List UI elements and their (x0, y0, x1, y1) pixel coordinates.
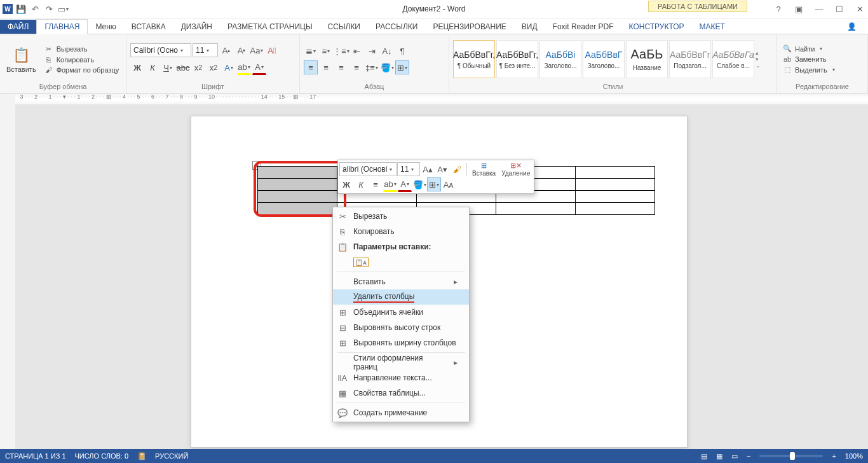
zoom-out-icon[interactable]: − (747, 452, 750, 460)
style-title[interactable]: АаБЬНазвание (626, 40, 668, 78)
mini-bold-button[interactable]: Ж (339, 177, 353, 191)
highlight-icon[interactable]: ab▾ (237, 60, 251, 75)
print-layout-icon[interactable]: ▦ (716, 452, 722, 460)
styles-more-icon[interactable]: ⌄ (756, 62, 764, 69)
text-effects-icon[interactable]: A▾ (222, 60, 236, 74)
multilevel-icon[interactable]: ⋮≡▾ (334, 44, 348, 58)
ctx-new-comment[interactable]: 💬Создать примечание (333, 405, 469, 420)
style-subtitle[interactable]: АаБбВвГгПодзагол... (669, 40, 711, 78)
show-marks-icon[interactable]: ¶ (395, 44, 409, 58)
ctx-text-direction[interactable]: llAНаправление текста... (333, 370, 469, 385)
read-mode-icon[interactable]: ▤ (701, 452, 707, 460)
align-right-icon[interactable]: ≡ (334, 60, 348, 74)
tab-mailings[interactable]: РАССЫЛКИ (368, 20, 425, 34)
decrease-indent-icon[interactable]: ⇤ (349, 44, 363, 58)
ctx-merge-cells[interactable]: ⊞Объединить ячейки (333, 305, 469, 320)
mini-font-combo[interactable]: alibri (Основі▾ (339, 162, 397, 176)
ctx-copy[interactable]: ⎘Копировать (333, 224, 469, 239)
subscript-button[interactable]: x2 (191, 60, 205, 74)
line-spacing-icon[interactable]: ‡≡▾ (365, 60, 379, 74)
font-name-combo[interactable]: Calibri (Осно▾ (130, 43, 191, 57)
maximize-icon[interactable]: ☐ (834, 3, 845, 15)
mini-styles-icon[interactable]: Aᴀ (442, 177, 456, 191)
ctx-cut[interactable]: ✂Вырезать (333, 209, 469, 224)
tab-references[interactable]: ССЫЛКИ (320, 20, 368, 34)
tab-foxit[interactable]: Foxit Reader PDF (545, 20, 621, 34)
style-heading1[interactable]: АаБбВіЗаголово... (539, 40, 581, 78)
mini-delete-button[interactable]: ⊞✕Удаление (499, 162, 532, 177)
shrink-font-icon[interactable]: A▾ (234, 43, 248, 57)
tab-file[interactable]: ФАЙЛ (0, 20, 36, 34)
ctx-table-properties[interactable]: ▦Свойства таблицы... (333, 385, 469, 401)
mini-format-painter-icon[interactable]: 🖌 (450, 162, 464, 176)
status-word-count[interactable]: ЧИСЛО СЛОВ: 0 (75, 452, 129, 460)
mini-highlight-icon[interactable]: ab▾ (383, 177, 397, 192)
styles-down-icon[interactable]: ▾ (756, 56, 764, 62)
justify-icon[interactable]: ≡ (349, 60, 363, 74)
tab-constructor[interactable]: КОНСТРУКТОР (621, 20, 692, 34)
ctx-delete-columns[interactable]: Удалить столбцы (333, 289, 469, 305)
proofing-icon[interactable]: 📔 (137, 452, 146, 460)
replace-button[interactable]: abЗаменить (781, 55, 836, 64)
grow-font-icon[interactable]: A▴ (219, 43, 233, 57)
zoom-slider[interactable] (759, 455, 823, 457)
format-painter-button[interactable]: 🖌Формат по образцу (43, 66, 121, 74)
ctx-insert[interactable]: Вставить▸ (333, 274, 469, 289)
bold-button[interactable]: Ж (130, 60, 144, 74)
strike-button[interactable]: abc (176, 60, 190, 74)
italic-button[interactable]: К (146, 60, 159, 74)
tab-review[interactable]: РЕЦЕНЗИРОВАНИЕ (425, 20, 513, 34)
align-center-icon[interactable]: ≡ (319, 60, 333, 74)
paste-button[interactable]: 📋 Вставить (4, 44, 39, 74)
numbering-icon[interactable]: ≡▾ (319, 44, 333, 58)
login-link[interactable]: 👤 (837, 20, 864, 34)
ctx-distribute-rows[interactable]: ⊟Выровнять высоту строк (333, 320, 469, 335)
ribbon-options-icon[interactable]: ▣ (793, 3, 804, 15)
underline-button[interactable]: Ч▾ (161, 60, 175, 74)
font-size-combo[interactable]: 11▾ (193, 43, 218, 57)
find-button[interactable]: 🔍Найти▾ (781, 44, 836, 53)
shading-icon[interactable]: 🪣▾ (380, 60, 394, 74)
tab-view[interactable]: ВИД (514, 20, 545, 34)
cut-button[interactable]: ✂Вырезать (43, 45, 121, 54)
mini-borders-icon[interactable]: ⊞▾ (427, 177, 441, 191)
bullets-icon[interactable]: ≣▾ (304, 44, 318, 58)
styles-gallery[interactable]: АаБбВвГг,¶ Обычный АаБбВвГг,¶ Без инте..… (453, 40, 773, 78)
zoom-level[interactable]: 100% (845, 452, 863, 460)
document-page[interactable]: ✥ alibri (Основі▾ 11▾ A▴ A▾ 🖌 ⊞Вставка ⊞… (191, 116, 688, 448)
ctx-border-styles[interactable]: Стили оформления границ▸ (333, 355, 469, 370)
tab-home[interactable]: ГЛАВНАЯ (36, 19, 88, 34)
superscript-button[interactable]: x2 (207, 60, 220, 74)
tab-insert[interactable]: ВСТАВКА (124, 20, 173, 34)
web-layout-icon[interactable]: ▭ (731, 452, 738, 460)
increase-indent-icon[interactable]: ⇥ (365, 44, 379, 58)
vertical-ruler[interactable] (0, 104, 16, 449)
mini-insert-button[interactable]: ⊞Вставка (470, 162, 498, 177)
mini-shrink-font-icon[interactable]: A▾ (435, 162, 449, 176)
zoom-in-icon[interactable]: + (832, 452, 836, 460)
borders-icon[interactable]: ⊞▾ (395, 60, 409, 74)
status-page[interactable]: СТРАНИЦА 1 ИЗ 1 (5, 452, 66, 460)
ctx-distribute-cols[interactable]: ⊞Выровнять ширину столбцов (333, 335, 469, 350)
style-normal[interactable]: АаБбВвГг,¶ Обычный (453, 40, 495, 78)
undo-icon[interactable]: ↶ (29, 3, 41, 15)
tab-menu[interactable]: Меню (88, 20, 123, 34)
tab-design[interactable]: ДИЗАЙН (173, 20, 220, 34)
mini-align-icon[interactable]: ≡ (369, 177, 383, 191)
change-case-icon[interactable]: Aa▾ (250, 43, 264, 57)
mini-grow-font-icon[interactable]: A▴ (421, 162, 435, 176)
redo-icon[interactable]: ↷ (43, 3, 55, 15)
copy-button[interactable]: ⎘Копировать (43, 55, 121, 64)
ctx-paste-option[interactable]: 📋ᴀ (333, 254, 469, 270)
font-color-icon[interactable]: A▾ (252, 60, 266, 75)
style-subtle[interactable]: АаБбВвГаСлабое в... (712, 40, 754, 78)
minimize-icon[interactable]: — (813, 3, 825, 15)
mini-shading-icon[interactable]: 🪣▾ (412, 177, 426, 191)
sort-icon[interactable]: A↓ (380, 44, 394, 58)
tab-layout-table[interactable]: МАКЕТ (692, 20, 733, 34)
clear-format-icon[interactable]: Aͦ (265, 43, 279, 57)
close-icon[interactable]: ✕ (854, 3, 865, 15)
select-button[interactable]: ⬚Выделить▾ (781, 65, 836, 74)
style-heading2[interactable]: АаБбВвГЗаголово... (583, 40, 625, 78)
help-icon[interactable]: ? (773, 3, 784, 15)
